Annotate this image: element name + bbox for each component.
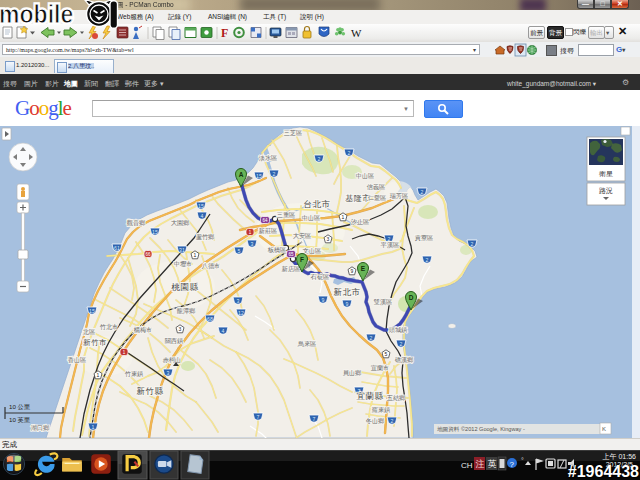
svg-text:中壢市: 中壢市	[174, 260, 193, 268]
svg-text:中山區: 中山區	[302, 214, 321, 221]
svg-text:2: 2	[400, 341, 403, 347]
svg-text:中山區: 中山區	[356, 172, 375, 179]
svg-text:竹東鎮: 竹東鎮	[125, 370, 144, 377]
svg-text:衛星: 衛星	[599, 170, 613, 178]
svg-text:桃園縣: 桃園縣	[172, 282, 199, 292]
svg-text:雙溪區: 雙溪區	[374, 298, 393, 306]
svg-text:仁愛區: 仁愛區	[368, 194, 387, 202]
svg-text:mobile: mobile	[0, 0, 73, 28]
svg-text:板橋區: 板橋區	[267, 246, 287, 253]
svg-text:英: 英	[488, 459, 497, 469]
svg-text:烏來區: 烏來區	[297, 340, 317, 347]
svg-text:新北市: 新北市	[334, 287, 361, 297]
svg-text:9: 9	[351, 268, 354, 274]
svg-text:3: 3	[327, 236, 330, 242]
svg-text:2: 2	[391, 418, 394, 424]
svg-text:信義區: 信義區	[367, 183, 386, 191]
svg-text:E: E	[361, 265, 366, 272]
svg-text:台北市: 台北市	[304, 199, 331, 209]
svg-text:關西鎮: 關西鎮	[165, 337, 184, 345]
svg-text:大園鄉: 大園鄉	[171, 219, 190, 227]
svg-text:2: 2	[421, 189, 424, 195]
svg-text:4: 4	[222, 328, 225, 334]
svg-text:1: 1	[194, 252, 197, 258]
svg-text:D: D	[409, 294, 414, 301]
svg-text:冬山鄉: 冬山鄉	[366, 417, 385, 425]
svg-text:W: W	[351, 27, 362, 39]
svg-text:?: ?	[510, 460, 515, 469]
svg-text:9: 9	[322, 297, 325, 303]
svg-text:新竹市: 新竹市	[83, 338, 107, 347]
svg-text:3: 3	[179, 326, 182, 332]
svg-text:礁溪鄉: 礁溪鄉	[395, 356, 414, 364]
svg-text:15: 15	[256, 173, 262, 179]
svg-text:66: 66	[145, 252, 151, 257]
svg-text:K: K	[602, 426, 606, 432]
svg-text:汐止區: 汐止區	[351, 218, 370, 225]
svg-text:15: 15	[89, 308, 95, 314]
svg-text:貢寮區: 貢寮區	[415, 234, 434, 242]
svg-text:北區: 北區	[83, 328, 95, 336]
svg-text:竹北市: 竹北市	[100, 323, 119, 331]
svg-text:15: 15	[198, 203, 204, 209]
svg-text:五結鄉: 五結鄉	[387, 394, 406, 402]
svg-text:新店區: 新店區	[281, 265, 301, 273]
svg-text:15: 15	[152, 229, 158, 235]
svg-text:羅東鎮: 羅東鎮	[372, 406, 391, 413]
svg-text:68: 68	[207, 316, 213, 322]
svg-text:F: F	[221, 26, 228, 40]
svg-text:三重區: 三重區	[277, 211, 296, 218]
svg-text:2: 2	[273, 171, 276, 177]
svg-text:新竹縣: 新竹縣	[137, 386, 164, 396]
svg-text:3: 3	[251, 241, 254, 247]
svg-text:1: 1	[342, 214, 345, 220]
svg-text:3: 3	[237, 298, 240, 304]
svg-text:平溪區: 平溪區	[380, 241, 400, 249]
svg-text:文山區: 文山區	[303, 247, 322, 254]
svg-text:2: 2	[370, 335, 373, 341]
svg-text:新莊區: 新莊區	[258, 227, 278, 234]
svg-text:2: 2	[426, 257, 429, 263]
svg-text:楊梅市: 楊梅市	[134, 326, 153, 334]
svg-text:4: 4	[201, 213, 204, 219]
svg-text:觀音鄉: 觀音鄉	[127, 219, 146, 227]
svg-text:CH: CH	[461, 461, 473, 470]
svg-text:2: 2	[348, 150, 351, 156]
svg-text:頭城鎮: 頭城鎮	[389, 326, 408, 334]
svg-text:宜蘭市: 宜蘭市	[371, 364, 390, 371]
svg-text:5: 5	[238, 248, 241, 254]
svg-text:瑞芳區: 瑞芳區	[390, 192, 409, 199]
svg-text:2: 2	[471, 241, 474, 247]
svg-text:注: 注	[476, 459, 485, 469]
svg-text:31: 31	[179, 247, 185, 253]
svg-text:9: 9	[346, 301, 349, 307]
svg-text:1: 1	[97, 372, 100, 378]
svg-text:蘆竹鄉: 蘆竹鄉	[196, 233, 215, 241]
svg-text:10 英里: 10 英里	[9, 416, 31, 424]
svg-text:7: 7	[313, 416, 316, 422]
svg-text:10 公里: 10 公里	[9, 403, 31, 410]
svg-text:大安區: 大安區	[293, 232, 312, 239]
svg-text:F: F	[300, 256, 304, 263]
svg-text:2: 2	[318, 156, 321, 162]
svg-text:香山區: 香山區	[68, 356, 87, 364]
svg-text:員山鄉: 員山鄉	[343, 369, 362, 376]
svg-text:湖口鄉: 湖口鄉	[31, 424, 50, 431]
svg-text:龍潭鄉: 龍潭鄉	[177, 307, 196, 315]
svg-text:12: 12	[238, 310, 244, 316]
svg-text:3: 3	[167, 370, 170, 376]
svg-text:°: °	[521, 457, 524, 464]
svg-text:石碇區: 石碇區	[310, 273, 330, 281]
svg-text:路況: 路況	[599, 187, 613, 195]
svg-text:64: 64	[262, 218, 268, 223]
svg-text:61: 61	[114, 245, 120, 251]
svg-text:7: 7	[257, 414, 260, 420]
svg-text:三芝區: 三芝區	[284, 129, 303, 137]
svg-text:A: A	[239, 171, 244, 178]
svg-text:赤柯山: 赤柯山	[163, 356, 182, 364]
svg-text:1: 1	[92, 424, 95, 430]
svg-text:5: 5	[385, 351, 388, 357]
svg-text:淡水區: 淡水區	[259, 154, 278, 162]
svg-text:宜蘭縣: 宜蘭縣	[357, 391, 384, 401]
svg-text:地圖資料 ©2012 Google, Kingway -: 地圖資料 ©2012 Google, Kingway -	[437, 426, 525, 432]
